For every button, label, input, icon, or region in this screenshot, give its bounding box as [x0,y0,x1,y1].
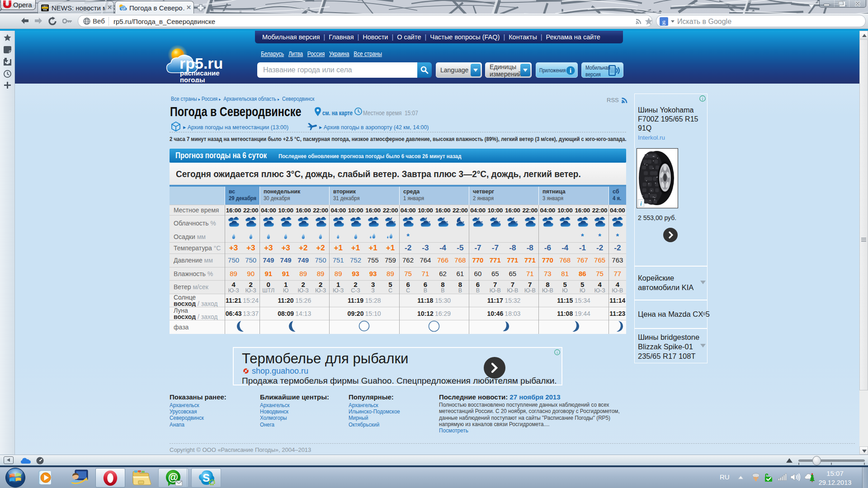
svg-text:NIVA: NIVA [43,9,47,11]
svg-text:CHEVY: CHEVY [42,5,48,7]
svg-text:i: i [557,350,558,355]
svg-text:S: S [203,472,210,484]
svg-text:rp5: rp5 [121,7,126,11]
svg-text:g: g [662,18,666,25]
svg-text:i: i [702,96,703,101]
svg-text:погоды: погоды [180,76,205,82]
svg-text:i: i [570,67,571,74]
